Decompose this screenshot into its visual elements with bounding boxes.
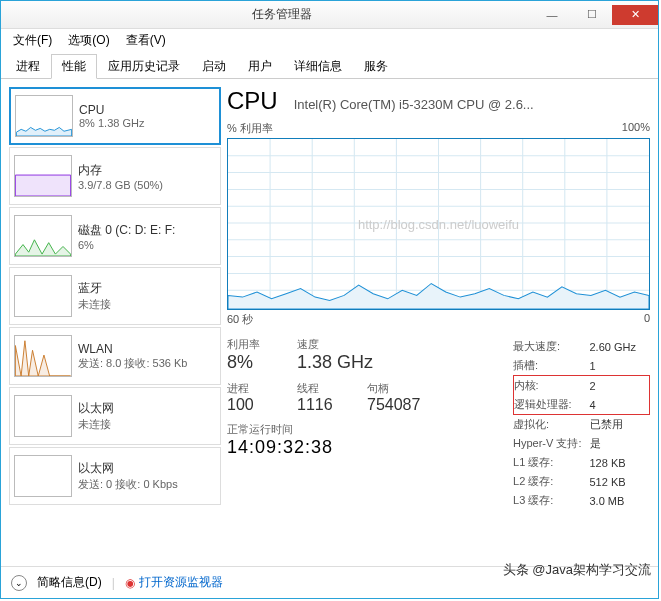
tab-details[interactable]: 详细信息 [283, 54, 353, 79]
max-speed-label: 最大速度: [513, 337, 589, 356]
tab-processes[interactable]: 进程 [5, 54, 51, 79]
speed-value: 1.38 GHz [297, 352, 373, 373]
thumb-icon [14, 155, 72, 197]
tab-services[interactable]: 服务 [353, 54, 399, 79]
side-sub: 未连接 [78, 417, 114, 432]
tab-startup[interactable]: 启动 [191, 54, 237, 79]
side-title: 磁盘 0 (C: D: E: F: [78, 222, 175, 239]
brief-info-link[interactable]: 简略信息(D) [37, 574, 102, 591]
sidebar-item-6[interactable]: 以太网发送: 0 接收: 0 Kbps [9, 447, 221, 505]
open-resmon-link[interactable]: ◉ 打开资源监视器 [125, 574, 223, 591]
sockets-value: 1 [590, 356, 650, 376]
thumb-icon [14, 395, 72, 437]
thumb-icon [14, 215, 72, 257]
minimize-button[interactable]: ― [532, 5, 572, 25]
side-title: 以太网 [78, 400, 114, 417]
side-title: 以太网 [78, 460, 178, 477]
window-title: 任务管理器 [31, 6, 532, 23]
cpu-chart: http://blog.csdn.net/luoweifu [227, 138, 650, 310]
close-button[interactable]: ✕ [612, 5, 658, 25]
thumb-icon [15, 95, 73, 137]
thumb-icon [14, 455, 72, 497]
side-title: CPU [79, 103, 144, 117]
tab-performance[interactable]: 性能 [51, 54, 97, 79]
util-value: 8% [227, 352, 277, 373]
main-panel: CPU Intel(R) Core(TM) i5-3230M CPU @ 2.6… [227, 87, 650, 558]
cpu-model: Intel(R) Core(TM) i5-3230M CPU @ 2.6... [294, 97, 534, 112]
l2-label: L2 缓存: [513, 472, 589, 491]
l3-label: L3 缓存: [513, 491, 589, 510]
l1-label: L1 缓存: [513, 453, 589, 472]
tab-strip: 进程 性能 应用历史记录 启动 用户 详细信息 服务 [1, 53, 658, 79]
cpu-details: 最大速度:2.60 GHz 插槽:1 内核:2 逻辑处理器:4 虚拟化:已禁用 … [513, 337, 650, 510]
thread-label: 线程 [297, 381, 347, 396]
chart-x-left: 60 秒 [227, 312, 253, 327]
hyperv-label: Hyper-V 支持: [513, 434, 589, 453]
handle-value: 754087 [367, 396, 420, 414]
util-label: 利用率 [227, 337, 277, 352]
menu-view[interactable]: 查看(V) [120, 30, 172, 51]
thumb-icon [14, 275, 72, 317]
chart-label-util: % 利用率 [227, 121, 273, 136]
collapse-icon[interactable]: ⌄ [11, 575, 27, 591]
menubar: 文件(F) 选项(O) 查看(V) [1, 29, 658, 51]
side-title: 蓝牙 [78, 280, 111, 297]
l3-value: 3.0 MB [590, 491, 650, 510]
tab-users[interactable]: 用户 [237, 54, 283, 79]
max-speed-value: 2.60 GHz [590, 337, 650, 356]
uptime-label: 正常运行时间 [227, 422, 420, 437]
l2-value: 512 KB [590, 472, 650, 491]
cores-label: 内核: [513, 376, 589, 396]
logical-label: 逻辑处理器: [513, 395, 589, 415]
side-title: 内存 [78, 162, 163, 179]
sidebar-item-3[interactable]: 蓝牙未连接 [9, 267, 221, 325]
sidebar: CPU8% 1.38 GHz内存3.9/7.8 GB (50%)磁盘 0 (C:… [9, 87, 221, 558]
titlebar: 任务管理器 ― ☐ ✕ [1, 1, 658, 29]
menu-options[interactable]: 选项(O) [62, 30, 115, 51]
sidebar-item-4[interactable]: WLAN发送: 8.0 接收: 536 Kb [9, 327, 221, 385]
sidebar-item-0[interactable]: CPU8% 1.38 GHz [9, 87, 221, 145]
menu-file[interactable]: 文件(F) [7, 30, 58, 51]
main-heading: CPU [227, 87, 278, 115]
resmon-icon: ◉ [125, 576, 135, 590]
sockets-label: 插槽: [513, 356, 589, 376]
maximize-button[interactable]: ☐ [572, 5, 612, 25]
side-sub: 未连接 [78, 297, 111, 312]
thread-value: 1116 [297, 396, 347, 414]
proc-label: 进程 [227, 381, 277, 396]
logical-value: 4 [590, 395, 650, 415]
chart-x-right: 0 [644, 312, 650, 327]
handle-label: 句柄 [367, 381, 420, 396]
speed-label: 速度 [297, 337, 373, 352]
side-sub: 6% [78, 239, 175, 251]
virt-label: 虚拟化: [513, 415, 589, 435]
side-title: WLAN [78, 342, 187, 356]
side-sub: 8% 1.38 GHz [79, 117, 144, 129]
proc-value: 100 [227, 396, 277, 414]
l1-value: 128 KB [590, 453, 650, 472]
chart-label-max: 100% [622, 121, 650, 136]
sidebar-item-1[interactable]: 内存3.9/7.8 GB (50%) [9, 147, 221, 205]
cores-value: 2 [590, 376, 650, 396]
side-sub: 发送: 8.0 接收: 536 Kb [78, 356, 187, 371]
virt-value: 已禁用 [590, 415, 650, 435]
page-caption: 头条 @Java架构学习交流 [503, 561, 651, 579]
side-sub: 发送: 0 接收: 0 Kbps [78, 477, 178, 492]
uptime-value: 14:09:32:38 [227, 437, 420, 458]
tab-app-history[interactable]: 应用历史记录 [97, 54, 191, 79]
side-sub: 3.9/7.8 GB (50%) [78, 179, 163, 191]
thumb-icon [14, 335, 72, 377]
sidebar-item-2[interactable]: 磁盘 0 (C: D: E: F:6% [9, 207, 221, 265]
sidebar-item-5[interactable]: 以太网未连接 [9, 387, 221, 445]
hyperv-value: 是 [590, 434, 650, 453]
